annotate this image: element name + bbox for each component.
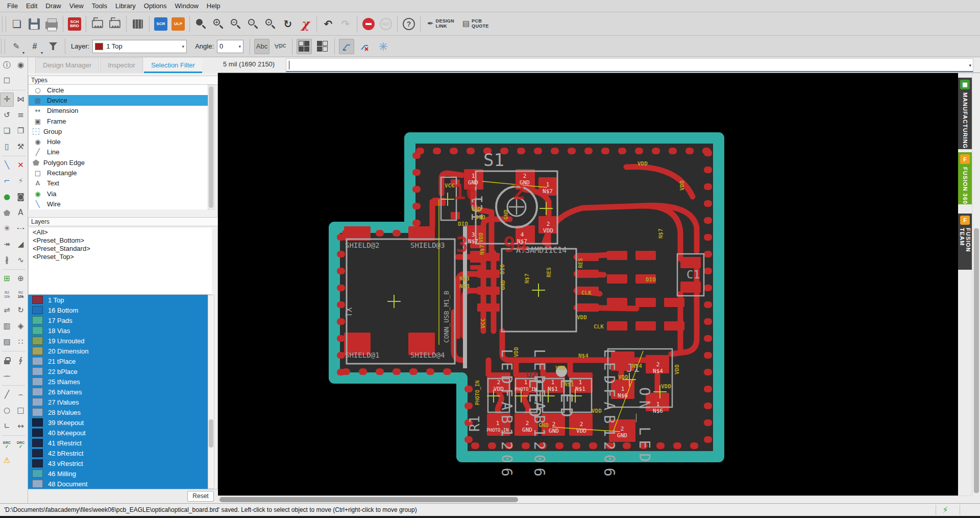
shrink-icon[interactable]: →← <box>0 369 14 384</box>
dimension-button[interactable]: ∟ <box>0 419 14 434</box>
layer-row-26[interactable]: 26 bNames <box>28 387 212 397</box>
layer-preset-item[interactable]: <Preset_Bottom> <box>29 237 212 245</box>
type-row-polygon-edge[interactable]: Polygon Edge <box>29 157 212 168</box>
menu-item-help[interactable]: Help <box>203 0 225 12</box>
add-gate-button[interactable]: ⊕ <box>14 272 28 286</box>
reposition-icon[interactable]: ∷ <box>14 335 28 349</box>
polygon-button[interactable] <box>0 206 14 220</box>
zoom-out-icon[interactable]: − <box>228 15 243 33</box>
layer-row-20[interactable]: 20 Dimension <box>28 346 212 356</box>
show-icon[interactable]: ◉ <box>14 58 28 73</box>
horizontal-scrollbar[interactable] <box>218 496 972 503</box>
board-canvas[interactable]: S1IC1ATSAMD11C14CONN_USB_M1_BTXSHIELD@2S… <box>218 73 958 496</box>
layer-row-28[interactable]: 28 bValues <box>28 407 212 417</box>
layer-row-18[interactable]: 18 Vias <box>28 325 212 336</box>
meander-icon[interactable]: ∿ <box>14 253 28 268</box>
chevron-down-icon[interactable]: ▾ <box>969 63 971 68</box>
smash-button[interactable]: R210k <box>0 288 14 302</box>
go-button[interactable]: GO <box>378 15 394 33</box>
zoom-in-icon[interactable]: + <box>211 15 226 33</box>
move-button[interactable]: ✛ <box>0 92 14 107</box>
reset-button[interactable]: Reset <box>187 491 214 502</box>
cam-output-icon[interactable] <box>107 15 122 33</box>
rotate-button[interactable]: ↺ <box>0 108 14 123</box>
layer-row-22[interactable]: 22 bPlace <box>28 366 212 376</box>
design-link-button[interactable]: ✒DESIGNLINK <box>427 15 454 33</box>
last-command-icon[interactable]: χ <box>298 15 313 33</box>
line-button[interactable]: ╱ <box>0 388 14 402</box>
layer-row-21[interactable]: 21 tPlace <box>28 356 212 366</box>
attribute-tag-icon[interactable]: ◈ <box>14 319 28 334</box>
vertical-scrollbar[interactable] <box>972 73 980 496</box>
layer-row-43[interactable]: 43 vRestrict <box>28 458 212 468</box>
layer-dropdown[interactable]: 1 Top ▾ <box>92 40 187 53</box>
select-group-icon[interactable]: ☐ <box>0 74 14 88</box>
layer-row-41[interactable]: 41 tRestrict <box>28 438 212 448</box>
menu-item-tools[interactable]: Tools <box>88 0 111 12</box>
type-row-wire[interactable]: ╲Wire <box>29 199 212 209</box>
name-button[interactable]: ≡ <box>14 108 28 123</box>
type-row-circle[interactable]: ○Circle <box>29 85 212 95</box>
paint-icon[interactable]: ▨ <box>0 335 14 349</box>
text-button[interactable]: A <box>14 206 28 220</box>
circle-button[interactable]: ○ <box>0 404 14 418</box>
layer-row-1[interactable]: 1 Top <box>28 295 212 305</box>
layers-scrollbar[interactable] <box>208 295 214 489</box>
menu-item-edit[interactable]: Edit <box>22 0 41 12</box>
layer-row-46[interactable]: 46 Milling <box>28 468 212 479</box>
zoom-select-icon[interactable]: ▫ <box>246 15 261 33</box>
ratsnest-button[interactable]: ✳ <box>0 222 14 236</box>
layer-row-25[interactable]: 25 tNames <box>28 376 212 387</box>
split-button[interactable]: ∙–∙ <box>14 222 28 236</box>
layer-row-17[interactable]: 17 Pads <box>28 315 212 325</box>
copy-button[interactable]: ❏ <box>0 124 14 138</box>
value-button[interactable]: R210k <box>14 288 28 302</box>
type-row-line[interactable]: ╱Line <box>29 147 212 157</box>
miter-straight-button[interactable] <box>339 39 354 54</box>
run-ulp-button[interactable]: ULP <box>170 15 186 33</box>
tab-inspector[interactable]: Inspector <box>100 58 142 73</box>
command-input[interactable]: ▾ <box>286 58 973 72</box>
rect-button[interactable]: □ <box>14 404 28 418</box>
pinswap-button[interactable]: ⇌ <box>0 303 14 318</box>
replace-button[interactable]: ↻ <box>14 303 28 318</box>
tab-design-manager[interactable]: Design Manager <box>35 58 99 73</box>
delete-button[interactable]: ▯ <box>0 140 14 154</box>
type-row-text[interactable]: AText <box>29 178 212 189</box>
menu-item-options[interactable]: Options <box>140 0 171 12</box>
zoom-fit-icon[interactable] <box>193 15 209 33</box>
open-file-icon[interactable]: ❏ <box>9 15 24 33</box>
library-icon[interactable] <box>130 15 145 33</box>
wire-bend-icon[interactable]: ⌐ <box>0 174 14 189</box>
types-scrollbar[interactable] <box>208 85 214 209</box>
type-row-group[interactable]: ∘Group <box>29 126 212 136</box>
menu-item-view[interactable]: View <box>65 0 88 12</box>
erc-button[interactable]: ERC✓ <box>0 438 14 452</box>
layer-preset-item[interactable]: <Preset_Top> <box>29 253 212 261</box>
layer-row-39[interactable]: 39 tKeepout <box>28 417 212 428</box>
layer-row-48[interactable]: 48 Document <box>28 479 212 489</box>
type-row-dimension[interactable]: ↔Dimension <box>29 106 212 116</box>
fusion-team-tab[interactable]: FFUSION TEAM <box>958 214 972 270</box>
grid-button[interactable]: # <box>27 39 42 54</box>
save-icon[interactable] <box>27 15 42 33</box>
pattern-toggle-2[interactable] <box>315 39 330 54</box>
print-icon[interactable] <box>44 15 59 33</box>
angle-dropdown[interactable]: 0 ▾ <box>217 40 243 53</box>
schematic-board-toggle[interactable]: SCHBRD <box>67 15 82 33</box>
tab-selection-filter[interactable]: Selection Filter <box>144 58 202 73</box>
manufacturing-tab[interactable]: ▦MANUFACTURING <box>958 78 972 149</box>
pcb-quote-button[interactable]: ▤PCBQUOTE <box>462 15 489 33</box>
type-row-hole[interactable]: ◉Hole <box>29 136 212 147</box>
undo-button[interactable]: ↶ <box>321 15 336 33</box>
menu-item-window[interactable]: Window <box>171 0 203 12</box>
menu-item-library[interactable]: Library <box>111 0 140 12</box>
diff-pair-icon[interactable]: ∦ <box>0 253 14 268</box>
lock-button[interactable] <box>0 354 14 368</box>
ripup-button[interactable]: ✕ <box>14 158 28 173</box>
filter-button[interactable] <box>45 39 61 54</box>
via-button[interactable]: ● <box>0 190 14 204</box>
mirror-button[interactable]: ⋈ <box>14 92 28 107</box>
drc-button[interactable]: DRC✓ <box>14 438 28 452</box>
run-script-button[interactable]: SCR <box>153 15 168 33</box>
